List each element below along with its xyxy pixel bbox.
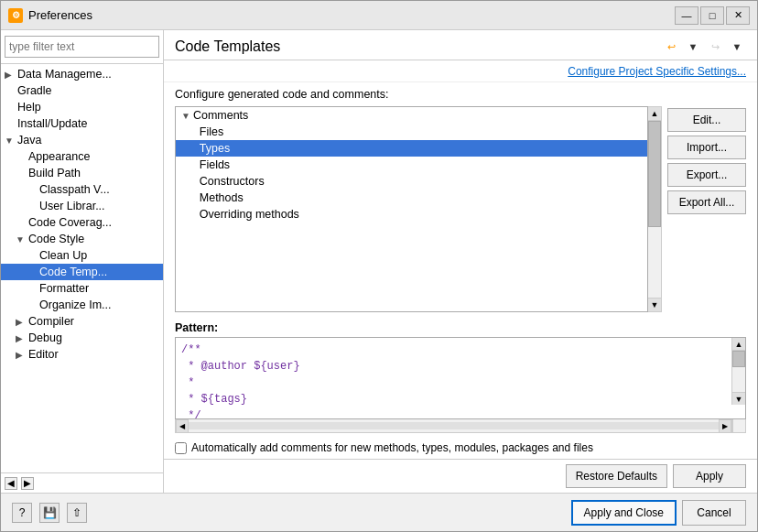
expand-arrow bbox=[27, 300, 38, 310]
minimize-button[interactable]: — bbox=[675, 6, 698, 25]
expand-arrow bbox=[27, 251, 38, 261]
edit-button[interactable]: Edit... bbox=[667, 108, 746, 132]
template-overriding-methods[interactable]: Overriding methods bbox=[176, 206, 647, 223]
expand-arrow bbox=[16, 152, 27, 162]
sidebar-item-data-management[interactable]: ▶ Data Manageme... bbox=[1, 66, 163, 82]
sidebar-item-label: Code Temp... bbox=[39, 266, 107, 278]
expand-arrow: ▶ bbox=[5, 70, 16, 80]
title-bar: ⚙ Preferences — □ ✕ bbox=[1, 1, 757, 30]
sidebar-item-debug[interactable]: ▶ Debug bbox=[1, 330, 163, 346]
restore-defaults-button[interactable]: Restore Defaults bbox=[566, 464, 667, 488]
dropdown-arrow-icon[interactable]: ▼ bbox=[684, 38, 702, 56]
sidebar-item-install-update[interactable]: Install/Update bbox=[1, 115, 163, 132]
sidebar-item-formatter[interactable]: Formatter bbox=[1, 280, 163, 297]
scroll-track bbox=[648, 121, 661, 298]
template-constructors[interactable]: Constructors bbox=[176, 173, 647, 190]
template-fields[interactable]: Fields bbox=[176, 157, 647, 173]
sidebar-back-btn[interactable]: ◀ bbox=[5, 477, 17, 490]
template-comments[interactable]: ▼ Comments bbox=[176, 107, 647, 124]
pattern-scroll-track bbox=[732, 351, 745, 392]
scroll-thumb bbox=[648, 121, 661, 227]
corner-box bbox=[732, 419, 746, 433]
sidebar-item-label: Gradle bbox=[17, 84, 52, 97]
templates-tree: ▼ Comments Files Types bbox=[175, 106, 648, 312]
scroll-up-btn[interactable]: ▲ bbox=[648, 107, 661, 121]
sidebar-item-label: Editor bbox=[28, 348, 59, 361]
apply-and-close-button[interactable]: Apply and Close bbox=[571, 500, 677, 526]
sidebar-item-appearance[interactable]: Appearance bbox=[1, 148, 163, 165]
back-nav-icon[interactable]: ↩ bbox=[662, 38, 680, 56]
sidebar-item-organize-imports[interactable]: Organize Im... bbox=[1, 297, 163, 313]
template-label: Fields bbox=[200, 158, 230, 171]
h-scroll-left[interactable]: ◀ bbox=[176, 419, 189, 433]
sidebar-item-classpath[interactable]: Classpath V... bbox=[1, 181, 163, 198]
template-types[interactable]: Types bbox=[176, 140, 647, 157]
sidebar-item-clean-up[interactable]: Clean Up bbox=[1, 247, 163, 264]
scroll-down-btn[interactable]: ▼ bbox=[648, 298, 661, 311]
pattern-scroll-up[interactable]: ▲ bbox=[732, 338, 745, 351]
pattern-scroll-thumb bbox=[732, 351, 745, 367]
sidebar-forward-btn[interactable]: ▶ bbox=[21, 477, 34, 490]
expand-arrow bbox=[27, 201, 38, 212]
sidebar-item-label: Formatter bbox=[39, 282, 89, 295]
auto-comments-checkbox[interactable] bbox=[175, 442, 187, 454]
close-button[interactable]: ✕ bbox=[726, 6, 750, 25]
import-button[interactable]: Import... bbox=[667, 136, 746, 159]
maximize-button[interactable]: □ bbox=[700, 6, 724, 25]
h-scroll-right[interactable]: ▶ bbox=[719, 419, 731, 433]
sidebar-item-compiler[interactable]: ▶ Compiler bbox=[1, 313, 163, 330]
forward-nav-icon[interactable]: ↪ bbox=[706, 38, 724, 56]
expand-arrow: ▼ bbox=[181, 111, 190, 121]
templates-section: ▼ Comments Files Types bbox=[164, 106, 757, 318]
template-methods[interactable]: Methods bbox=[176, 190, 647, 206]
pattern-h-scrollbar: ◀ ▶ bbox=[175, 419, 746, 433]
expand-arrow bbox=[16, 168, 27, 179]
expand-arrow: ▼ bbox=[16, 234, 27, 244]
search-input[interactable] bbox=[5, 36, 159, 58]
sidebar-item-label: Build Path bbox=[28, 167, 81, 179]
help-button[interactable]: ? bbox=[12, 503, 32, 523]
sidebar-item-code-style[interactable]: ▼ Code Style bbox=[1, 231, 163, 247]
expand-arrow bbox=[5, 103, 16, 113]
pattern-text[interactable]: /** * @author ${user} * * ${tags} */ bbox=[176, 338, 745, 419]
configure-project-link[interactable]: Configure Project Specific Settings... bbox=[568, 65, 746, 78]
checkbox-row: Automatically add comments for new metho… bbox=[164, 437, 757, 459]
export-prefs-button[interactable]: 💾 bbox=[39, 503, 60, 523]
header-actions: ↩ ▼ ↪ ▼ bbox=[662, 38, 746, 56]
sidebar-item-user-librar[interactable]: User Librar... bbox=[1, 198, 163, 214]
template-label: Types bbox=[200, 142, 230, 155]
sidebar-item-help[interactable]: Help bbox=[1, 99, 163, 115]
sidebar-item-java[interactable]: ▼ Java bbox=[1, 132, 163, 148]
pattern-label: Pattern: bbox=[175, 321, 746, 334]
sidebar-item-label: Help bbox=[17, 101, 41, 114]
sidebar-item-build-path[interactable]: Build Path bbox=[1, 165, 163, 181]
menu-dropdown-icon[interactable]: ▼ bbox=[728, 38, 746, 56]
footer-right: Apply and Close Cancel bbox=[571, 500, 746, 526]
pattern-section: Pattern: /** * @author ${user} * * ${tag… bbox=[164, 318, 757, 437]
sidebar-item-code-coverage[interactable]: Code Coverag... bbox=[1, 214, 163, 231]
template-files[interactable]: Files bbox=[176, 124, 647, 140]
sidebar-item-gradle[interactable]: Gradle bbox=[1, 82, 163, 99]
footer: ? 💾 ⇧ Apply and Close Cancel bbox=[1, 493, 757, 531]
import-prefs-button[interactable]: ⇧ bbox=[67, 503, 87, 523]
auto-comments-label: Automatically add comments for new metho… bbox=[191, 441, 593, 454]
sidebar-item-editor[interactable]: ▶ Editor bbox=[1, 346, 163, 363]
sidebar-item-code-templates[interactable]: Code Temp... bbox=[1, 264, 163, 280]
template-action-buttons: Edit... Import... Export... Export All..… bbox=[667, 106, 746, 312]
sidebar-item-label: Classpath V... bbox=[39, 183, 110, 196]
sidebar-item-label: Organize Im... bbox=[39, 299, 112, 311]
sidebar-tree: ▶ Data Manageme... Gradle Help Install/U… bbox=[1, 64, 163, 472]
expand-arrow bbox=[194, 177, 197, 187]
expand-arrow bbox=[5, 86, 16, 96]
apply-button[interactable]: Apply bbox=[673, 464, 746, 488]
cancel-button[interactable]: Cancel bbox=[682, 500, 746, 526]
export-button[interactable]: Export... bbox=[667, 163, 746, 187]
pattern-scroll-down[interactable]: ▼ bbox=[732, 392, 745, 405]
export-all-button[interactable]: Export All... bbox=[667, 190, 746, 214]
template-label: Files bbox=[200, 125, 223, 138]
expand-arrow bbox=[5, 119, 16, 129]
sidebar-item-label: Debug bbox=[28, 331, 62, 344]
sidebar-item-label: Java bbox=[17, 134, 41, 147]
expand-arrow bbox=[27, 284, 38, 294]
sidebar-item-label: User Librar... bbox=[39, 200, 105, 212]
